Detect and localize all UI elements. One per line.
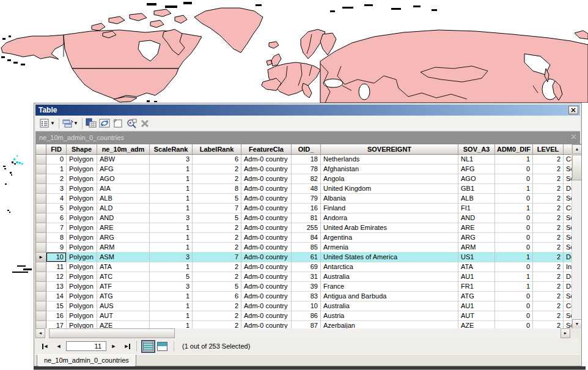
cell[interactable]: 9 (46, 243, 67, 253)
cell[interactable]: 1 (150, 223, 193, 233)
cell[interactable]: Polygon (67, 194, 97, 204)
cell[interactable]: Polygon (67, 165, 97, 174)
cell[interactable]: ARE (97, 223, 150, 233)
close-table-icon[interactable] (571, 134, 576, 139)
next-record-button[interactable]: ► (109, 341, 119, 351)
cell[interactable]: 0 (495, 174, 533, 184)
cell[interactable]: Argentina (321, 233, 458, 243)
cell[interactable]: 1 (150, 184, 193, 194)
cell[interactable]: Angola (321, 174, 458, 184)
table-options-dropdown-icon[interactable]: ▼ (50, 120, 55, 126)
table-row[interactable]: 12PolygonATC52Adm-0 country31AustraliaAU… (36, 272, 572, 282)
cell[interactable]: ALB (97, 194, 150, 204)
cell[interactable]: So (564, 223, 572, 233)
cell[interactable]: ARE (458, 223, 495, 233)
table-row[interactable]: 17PolygonAZE12Adm-0 country87AzerbaijanA… (36, 321, 572, 328)
cell[interactable]: 18 (292, 155, 321, 165)
cell[interactable]: ATA (458, 262, 495, 272)
select-all-corner[interactable] (36, 144, 46, 155)
cell[interactable]: Polygon (67, 292, 97, 302)
cell[interactable]: 2 (533, 233, 564, 243)
cell[interactable]: 16 (292, 204, 321, 213)
cell[interactable]: 69 (292, 262, 321, 272)
cell[interactable]: AGO (458, 174, 495, 184)
cell[interactable]: Andorra (321, 213, 458, 223)
cell[interactable]: Adm-0 country (241, 223, 292, 233)
cell[interactable]: United States of America (321, 253, 458, 262)
cell[interactable]: 2 (533, 302, 564, 311)
cell[interactable]: AU1 (458, 272, 495, 282)
cell[interactable]: Adm-0 country (241, 194, 292, 204)
row-selector[interactable] (36, 233, 46, 243)
cell[interactable]: 85 (292, 243, 321, 253)
cell[interactable]: 6 (46, 213, 67, 223)
row-selector[interactable] (36, 184, 46, 194)
cell[interactable]: AGO (97, 174, 150, 184)
cell[interactable]: 1 (150, 321, 193, 328)
cell[interactable]: 2 (193, 321, 241, 328)
cell[interactable]: AUS (97, 302, 150, 311)
cell[interactable]: Antarctica (321, 262, 458, 272)
cell[interactable]: 10 (292, 302, 321, 311)
cell[interactable]: Adm-0 country (241, 174, 292, 184)
record-number-input[interactable] (66, 341, 106, 351)
column-header-ne_10m_adm[interactable]: ne_10m_adm (97, 144, 150, 155)
cell[interactable]: 2 (533, 321, 564, 328)
cell[interactable]: 12 (46, 272, 67, 282)
cell[interactable]: Polygon (67, 311, 97, 321)
cell[interactable]: So (564, 174, 572, 184)
cell[interactable]: 1 (495, 184, 533, 194)
cell[interactable]: Australia (321, 302, 458, 311)
cell[interactable]: ALD (97, 204, 150, 213)
cell[interactable]: FI1 (458, 204, 495, 213)
cell[interactable]: 2 (193, 223, 241, 233)
column-header-scalerank[interactable]: ScaleRank (150, 144, 193, 155)
cell[interactable]: 5 (193, 213, 241, 223)
row-selector[interactable] (36, 311, 46, 321)
cell[interactable]: 1 (495, 253, 533, 262)
table-row[interactable]: 13PolygonATF35Adm-0 country39FranceFR112… (36, 282, 572, 292)
cell[interactable]: 78 (292, 165, 321, 174)
cell[interactable]: 2 (193, 311, 241, 321)
cell[interactable]: 0 (495, 321, 533, 328)
cell[interactable]: 2 (533, 282, 564, 292)
cell[interactable]: De (564, 253, 572, 262)
cell[interactable]: 31 (292, 272, 321, 282)
cell[interactable]: 1 (46, 165, 67, 174)
cell[interactable]: 5 (46, 204, 67, 213)
cell[interactable]: 255 (292, 223, 321, 233)
cell[interactable]: 7 (193, 204, 241, 213)
cell[interactable]: ARM (97, 243, 150, 253)
cell[interactable]: AFG (458, 165, 495, 174)
cell[interactable]: So (564, 311, 572, 321)
table-row[interactable]: 8PolygonARG12Adm-0 country84ArgentinaARG… (36, 233, 572, 243)
cell[interactable]: Adm-0 country (241, 233, 292, 243)
cell[interactable]: 2 (533, 272, 564, 282)
cell[interactable]: 48 (292, 184, 321, 194)
cell[interactable]: Polygon (67, 204, 97, 213)
cell[interactable]: ATG (97, 292, 150, 302)
cell[interactable]: Adm-0 country (241, 155, 292, 165)
cell[interactable]: Netherlands (321, 155, 458, 165)
cell[interactable]: 82 (292, 174, 321, 184)
cell[interactable]: AFG (97, 165, 150, 174)
cell[interactable]: 2 (533, 213, 564, 223)
cell[interactable]: Polygon (67, 233, 97, 243)
cell[interactable]: Polygon (67, 223, 97, 233)
column-header-featurecla[interactable]: FeatureCla (241, 144, 292, 155)
cell[interactable]: 2 (533, 155, 564, 165)
cell[interactable]: Polygon (67, 184, 97, 194)
cell[interactable]: ARG (97, 233, 150, 243)
cell[interactable]: 2 (533, 204, 564, 213)
first-record-button[interactable]: ◄ (40, 341, 50, 351)
cell[interactable]: Polygon (67, 302, 97, 311)
cell[interactable]: De (564, 184, 572, 194)
cell[interactable]: So (564, 213, 572, 223)
cell[interactable]: 11 (46, 262, 67, 272)
table-row[interactable]: 2PolygonAGO12Adm-0 country82AngolaAGO02S… (36, 174, 572, 184)
cell[interactable]: 8 (193, 184, 241, 194)
window-titlebar[interactable]: Table (35, 105, 580, 116)
row-selector[interactable] (36, 223, 46, 233)
cell[interactable]: Armenia (321, 243, 458, 253)
cell[interactable]: 3 (46, 184, 67, 194)
